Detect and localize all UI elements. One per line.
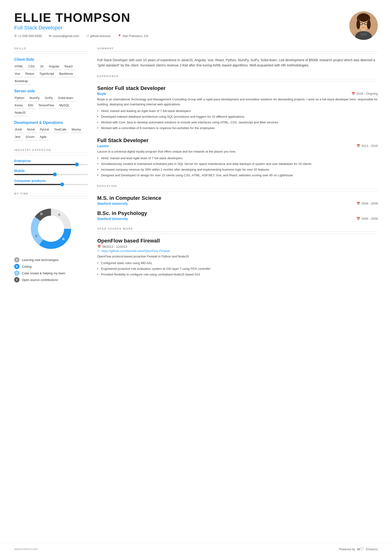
oss-description: OpenFlow protocol-based proactive Firewa… xyxy=(97,254,378,259)
header-section: ELLIE THOMPSON Full Stack Developer ✆ +1… xyxy=(0,0,392,47)
edu-meta-1: Stanford University 📅 2006 - 2008 xyxy=(97,217,378,221)
skill-react: React xyxy=(64,64,75,70)
edu-meta-0: Stanford University 📅 2008 - 2009 xyxy=(97,202,378,205)
exp-desc-0: Boyle is an international Technology and… xyxy=(97,97,378,107)
edu-date-1: 📅 2006 - 2008 xyxy=(356,217,378,220)
legend-b-label: Coding xyxy=(22,265,32,268)
devops-title: Development & Operations xyxy=(14,121,88,125)
skills-divider xyxy=(14,53,88,54)
edu-degree-0: M.S. in Computer Science xyxy=(97,195,378,201)
skill-css: CSS xyxy=(28,64,37,70)
footer-website: www.enhancv.com xyxy=(14,548,38,551)
svg-text:B: B xyxy=(62,237,64,241)
github-contact: ⚇ github.io/xxxxx xyxy=(86,34,111,38)
mytime-chart: A B C D A Learning new technologies B xyxy=(14,203,88,284)
right-column: SUMMARY Full Stack Developer with over 1… xyxy=(97,47,378,533)
brand-name: Enhancv xyxy=(366,548,378,551)
oss-item: OpenFlow based Firewall 📅 08/2012 - 12/2… xyxy=(97,238,378,277)
enterprise-dot xyxy=(75,162,79,166)
exp-bullet-1-1: Simultaneously created & maintained sche… xyxy=(97,161,378,167)
experience-section-label: EXPERIENCE xyxy=(97,75,378,79)
svg-text:A: A xyxy=(58,213,60,216)
legend-a-dot: A xyxy=(14,257,20,263)
left-column: SKILLS Client-Side HTML CSS JS Angular R… xyxy=(14,47,88,533)
mytime-section-label: MY TIME xyxy=(14,192,88,197)
location-contact: 📍 San Fransisco, CA xyxy=(118,34,148,38)
industry-mobile-title: Mobile xyxy=(14,169,88,173)
exp-bullet-1-0: Hired, trained and lead Agile team of 7 … xyxy=(97,156,378,161)
contact-row: ✆ +1-555-555-5555 ✉ xxxxxx@gmail.com ⚇ g… xyxy=(14,34,148,38)
edu-item-1: B.Sc. in Psychology Stanford University … xyxy=(97,210,378,221)
oss-section-label: OPEN SOURCE WORK xyxy=(97,227,378,232)
consumer-bar xyxy=(14,184,88,185)
header-info: ELLIE THOMPSON Full Stack Developer ✆ +1… xyxy=(14,11,148,38)
exp-title-1: Full Stack Developer xyxy=(97,137,378,144)
edu-calendar-icon-0: 📅 xyxy=(356,202,360,205)
exp-bullet-0-0: Hired, trained and leading an Agile team… xyxy=(97,109,378,114)
education-section-label: EDUCATION xyxy=(97,185,378,189)
edu-item-0: M.S. in Computer Science Stanford Univer… xyxy=(97,195,378,205)
summary-section-label: SUMMARY xyxy=(97,47,378,51)
skill-nunit: NUnit xyxy=(27,127,37,133)
skill-pyunit: PyUnit xyxy=(39,127,51,133)
mytime-divider xyxy=(14,199,88,199)
skill-scipy: SciPy xyxy=(44,95,55,102)
svg-point-4 xyxy=(358,14,369,22)
industry-enterprise: Enterprise xyxy=(14,159,88,165)
enterprise-bar xyxy=(14,164,88,165)
exp-bullets-0: Hired, trained and leading an Agile team… xyxy=(97,109,378,131)
skill-tensorflow: TensorFlow xyxy=(38,102,57,109)
server-side-tags: Python NumPy SciPy Scikit-learn Keras El… xyxy=(14,95,88,117)
skill-jest: Jest xyxy=(14,134,23,140)
summary-text: Full Stack Developer with over 10 years … xyxy=(97,58,378,68)
candidate-title: Full Stack Developer xyxy=(14,25,148,31)
svg-point-17 xyxy=(38,216,64,242)
avatar xyxy=(349,11,378,40)
mobile-dot xyxy=(53,173,57,176)
exp-bullets-1: Hired, trained and lead Agile team of 7 … xyxy=(97,156,378,178)
oss-bullet-1: Engineered proactive rule evaluation sys… xyxy=(97,266,378,271)
skill-html: HTML xyxy=(14,64,25,70)
consumer-fill xyxy=(14,184,62,185)
candidate-name: ELLIE THOMPSON xyxy=(14,11,148,24)
legend-d-dot: D xyxy=(14,277,20,282)
skill-backbone: Backbone xyxy=(59,71,75,77)
oss-divider xyxy=(97,234,378,234)
exp-item-0: Senior Full stack Developer Boyle 📅 2018… xyxy=(97,85,378,131)
server-side-title: Server-side xyxy=(14,89,88,93)
client-side-tags: HTML CSS JS Angular React Vue Redux Type… xyxy=(14,64,88,86)
skill-bootstrap: Bootstrap xyxy=(14,78,30,85)
legend-a-label: Learning new technologies xyxy=(22,258,59,262)
industry-consumer-title: Consumer products xyxy=(14,179,88,183)
skill-agile: Agile xyxy=(39,134,49,140)
legend-c: C Code review & helping my team xyxy=(14,270,65,276)
legend-d-label: Open-source contributions xyxy=(22,278,58,282)
legend-c-label: Code review & helping my team xyxy=(22,271,65,275)
industry-divider xyxy=(14,155,88,155)
calendar-icon-1: 📅 xyxy=(356,144,360,148)
mobile-bar xyxy=(14,174,88,175)
client-side-title: Client-Side xyxy=(14,58,88,62)
skill-js: JS xyxy=(39,64,46,70)
oss-link: ⚇ https://github.com/danette.east/OpenFl… xyxy=(97,249,378,253)
skills-section-label: SKILLS xyxy=(14,47,88,51)
legend-b-dot: B xyxy=(14,264,20,269)
enterprise-fill xyxy=(14,164,77,165)
mobile-fill xyxy=(14,174,55,175)
skill-python: Python xyxy=(14,95,27,102)
skill-numpy: NumPy xyxy=(29,95,42,102)
svg-text:D: D xyxy=(40,212,43,216)
exp-company-0: Boyle xyxy=(97,92,106,96)
skill-redux: Redux xyxy=(25,71,37,77)
skill-junit: JUnit xyxy=(14,127,24,133)
exp-title-0: Senior Full stack Developer xyxy=(97,85,378,91)
exp-bullet-1-2: Increased company revenue by 30% within … xyxy=(97,167,378,172)
oss-bullets: Configured static rules using MD-SAL Eng… xyxy=(97,261,378,277)
link-icon: ⚇ xyxy=(97,249,100,253)
location-icon: 📍 xyxy=(118,34,121,38)
legend-a: A Learning new technologies xyxy=(14,257,59,263)
exp-bullet-0-1: Developed indexed database architecture … xyxy=(97,114,378,119)
skill-keras: Keras xyxy=(14,102,25,109)
exp-company-1: Lauzon xyxy=(97,144,109,148)
exp-bullet-0-3: Worked with a committee of 6 members to … xyxy=(97,126,378,131)
